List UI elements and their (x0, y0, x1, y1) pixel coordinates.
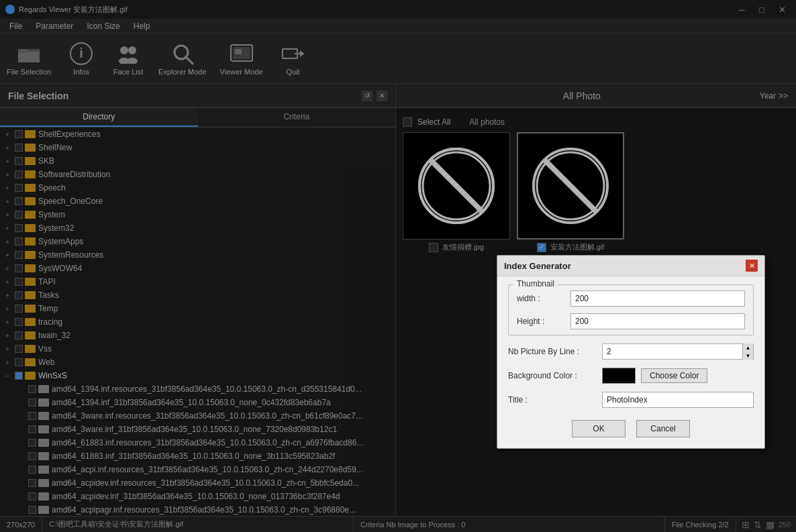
title-row: Title : (508, 392, 754, 408)
color-swatch[interactable] (602, 368, 636, 384)
modal-close-button[interactable]: ✕ (746, 260, 758, 272)
width-input[interactable] (570, 290, 745, 307)
modal-overlay: Index Generator ✕ Thumbnail width : Heig… (0, 0, 796, 532)
modal-title-bar: Index Generator ✕ (497, 256, 764, 276)
bg-color-label: Background Color : (508, 371, 602, 380)
title-input[interactable] (602, 392, 754, 408)
width-label: width : (517, 294, 570, 303)
thumbnail-group-label: Thumbnail (514, 279, 557, 288)
height-label: Height : (517, 317, 570, 326)
spinbox-up[interactable]: ▲ (742, 343, 753, 352)
index-generator-modal: Index Generator ✕ Thumbnail width : Heig… (497, 255, 765, 449)
choose-color-button[interactable]: Choose Color (641, 368, 707, 383)
height-input[interactable] (570, 313, 745, 329)
spinbox-down[interactable]: ▼ (742, 352, 753, 360)
spinbox-buttons: ▲ ▼ (742, 343, 753, 360)
thumbnail-group: Thumbnail width : Height : (508, 284, 754, 335)
nb-picture-spinbox: ▲ ▼ (602, 343, 754, 360)
nb-picture-label: Nb Picture By Line : (508, 347, 602, 356)
nb-picture-input[interactable] (603, 347, 742, 356)
width-row: width : (517, 290, 745, 307)
cancel-button[interactable]: Cancel (636, 420, 690, 437)
ok-button[interactable]: OK (572, 420, 626, 437)
title-field-label: Title : (508, 395, 602, 405)
modal-actions: OK Cancel (508, 416, 754, 440)
height-row: Height : (517, 313, 745, 329)
bg-color-row: Background Color : Choose Color (508, 368, 754, 384)
nb-picture-row: Nb Picture By Line : ▲ ▼ (508, 343, 754, 360)
modal-title: Index Generator (504, 261, 571, 271)
modal-body: Thumbnail width : Height : Nb Picture By… (497, 276, 764, 448)
